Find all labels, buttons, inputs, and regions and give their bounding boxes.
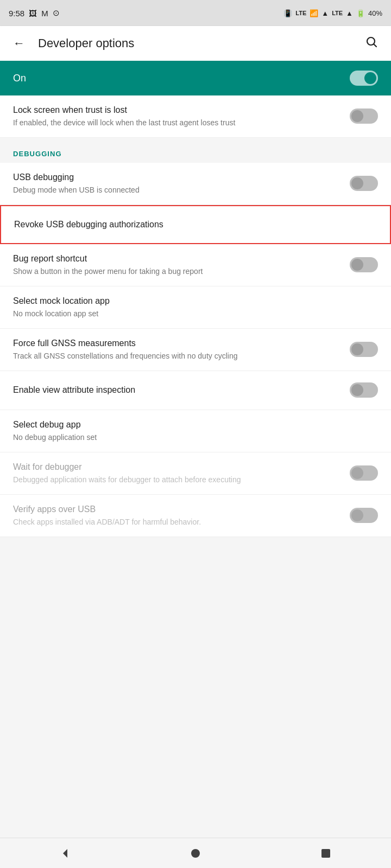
bug-report-shortcut-title: Bug report shortcut bbox=[13, 253, 341, 265]
select-debug-app-item[interactable]: Select debug app No debug application se… bbox=[0, 410, 391, 452]
toggle-thumb bbox=[351, 177, 363, 189]
back-button[interactable]: ← bbox=[9, 32, 29, 55]
toggle-thumb bbox=[351, 110, 363, 122]
revoke-usb-debugging-item[interactable]: Revoke USB debugging authorizations bbox=[0, 205, 391, 244]
signal-icon: ▲ bbox=[321, 9, 329, 17]
lock-screen-trust-toggle[interactable] bbox=[350, 108, 378, 124]
verify-apps-usb-item: Verify apps over USB Check apps installe… bbox=[0, 495, 391, 537]
view-attribute-inspection-text: Enable view attribute inspection bbox=[13, 384, 350, 396]
wait-for-debugger-subtitle: Debugged application waits for debugger … bbox=[13, 475, 341, 486]
gnss-text: Force full GNSS measurements Track all G… bbox=[13, 337, 350, 362]
bug-report-shortcut-item[interactable]: Bug report shortcut Show a button in the… bbox=[0, 244, 391, 286]
camera-icon: ⊙ bbox=[53, 8, 60, 18]
gnss-toggle[interactable] bbox=[350, 342, 378, 357]
wait-for-debugger-title: Wait for debugger bbox=[13, 461, 341, 473]
bug-report-shortcut-text: Bug report shortcut Show a button in the… bbox=[13, 253, 350, 277]
lock-screen-trust-text: Lock screen when trust is lost If enable… bbox=[13, 104, 350, 129]
lock-screen-trust-subtitle: If enabled, the device will lock when th… bbox=[13, 118, 341, 129]
signal2-icon: ▲ bbox=[346, 9, 353, 17]
gmail-icon: M bbox=[41, 9, 48, 18]
wait-for-debugger-item: Wait for debugger Debugged application w… bbox=[0, 452, 391, 495]
usb-debugging-item[interactable]: USB debugging Debug mode when USB is con… bbox=[0, 163, 391, 205]
usb-debugging-text: USB debugging Debug mode when USB is con… bbox=[13, 171, 350, 196]
select-debug-app-subtitle: No debug application set bbox=[13, 432, 369, 443]
developer-options-toggle-label: On bbox=[13, 73, 26, 84]
verify-apps-usb-subtitle: Check apps installed via ADB/ADT for har… bbox=[13, 517, 341, 528]
svg-point-3 bbox=[191, 849, 200, 858]
view-attribute-inspection-toggle[interactable] bbox=[350, 382, 378, 398]
lock-screen-trust-item[interactable]: Lock screen when trust is lost If enable… bbox=[0, 95, 391, 138]
gallery-icon: 🖼 bbox=[29, 9, 37, 18]
battery-icon: 🔋 bbox=[356, 9, 365, 17]
view-attribute-inspection-item[interactable]: Enable view attribute inspection bbox=[0, 371, 391, 410]
developer-options-toggle[interactable] bbox=[350, 71, 378, 86]
nav-bar bbox=[0, 838, 391, 868]
view-attribute-inspection-title: Enable view attribute inspection bbox=[13, 384, 341, 396]
toggle-thumb bbox=[351, 509, 363, 521]
status-bar-left: 9:58 🖼 M ⊙ bbox=[9, 8, 60, 18]
gnss-title: Force full GNSS measurements bbox=[13, 337, 341, 349]
mock-location-item[interactable]: Select mock location app No mock locatio… bbox=[0, 286, 391, 329]
wifi-icon: 📶 bbox=[310, 9, 318, 17]
status-bar: 9:58 🖼 M ⊙ 📳 LTE 📶 ▲ LTE ▲ 🔋 40% bbox=[0, 0, 391, 26]
mock-location-text: Select mock location app No mock locatio… bbox=[13, 295, 378, 320]
status-time: 9:58 bbox=[9, 9, 24, 18]
lte2-icon: LTE bbox=[332, 10, 343, 16]
usb-debugging-toggle[interactable] bbox=[350, 176, 378, 191]
gnss-subtitle: Track all GNSS constellations and freque… bbox=[13, 351, 341, 362]
revoke-usb-debugging-text: Revoke USB debugging authorizations bbox=[14, 219, 377, 231]
revoke-usb-debugging-title: Revoke USB debugging authorizations bbox=[14, 219, 368, 231]
bug-report-shortcut-subtitle: Show a button in the power menu for taki… bbox=[13, 266, 341, 277]
lock-screen-trust-title: Lock screen when trust is lost bbox=[13, 104, 341, 116]
status-bar-right: 📳 LTE 📶 ▲ LTE ▲ 🔋 40% bbox=[283, 9, 382, 17]
app-bar: ← Developer options bbox=[0, 26, 391, 61]
toggle-thumb bbox=[351, 343, 363, 355]
svg-marker-2 bbox=[63, 849, 67, 858]
debugging-section-header: DEBUGGING bbox=[0, 138, 391, 163]
battery-percent: 40% bbox=[368, 9, 382, 17]
settings-list: Lock screen when trust is lost If enable… bbox=[0, 95, 391, 570]
gnss-item[interactable]: Force full GNSS measurements Track all G… bbox=[0, 329, 391, 371]
verify-apps-usb-text: Verify apps over USB Check apps installe… bbox=[13, 503, 350, 528]
mock-location-subtitle: No mock location app set bbox=[13, 309, 369, 320]
bug-report-shortcut-toggle[interactable] bbox=[350, 257, 378, 272]
page-title: Developer options bbox=[38, 36, 352, 50]
nav-recent-button[interactable] bbox=[306, 840, 345, 866]
select-debug-app-title: Select debug app bbox=[13, 419, 369, 431]
toggle-thumb bbox=[351, 259, 363, 271]
debugging-section-label: DEBUGGING bbox=[13, 150, 62, 158]
usb-debugging-subtitle: Debug mode when USB is connected bbox=[13, 185, 341, 196]
search-button[interactable] bbox=[361, 31, 382, 56]
vibrate-icon: 📳 bbox=[283, 9, 292, 17]
select-debug-app-text: Select debug app No debug application se… bbox=[13, 419, 378, 443]
verify-apps-usb-title: Verify apps over USB bbox=[13, 503, 341, 515]
verify-apps-usb-toggle bbox=[350, 508, 378, 523]
mock-location-title: Select mock location app bbox=[13, 295, 369, 307]
toggle-thumb bbox=[351, 384, 363, 396]
nav-back-button[interactable] bbox=[46, 840, 85, 866]
usb-debugging-title: USB debugging bbox=[13, 171, 341, 183]
wait-for-debugger-text: Wait for debugger Debugged application w… bbox=[13, 461, 350, 486]
nav-home-button[interactable] bbox=[176, 840, 215, 866]
wait-for-debugger-toggle bbox=[350, 465, 378, 481]
svg-line-1 bbox=[374, 44, 377, 47]
lte-icon: LTE bbox=[295, 10, 306, 16]
toggle-thumb bbox=[351, 467, 363, 479]
svg-rect-4 bbox=[321, 849, 330, 858]
toggle-thumb bbox=[364, 72, 376, 84]
developer-options-toggle-banner: On bbox=[0, 61, 391, 95]
